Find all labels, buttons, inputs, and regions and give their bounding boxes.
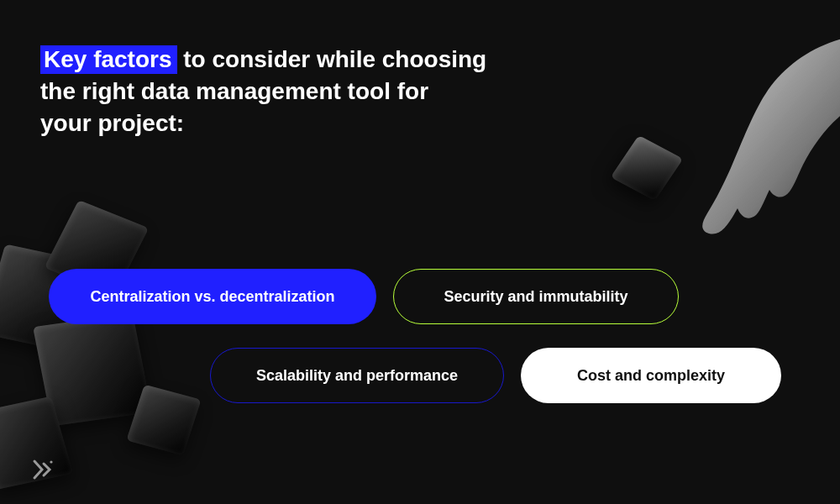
- logo-icon: [32, 459, 54, 480]
- title-line1-rest: to consider while choosing: [177, 46, 487, 72]
- factor-pill-scalability: Scalability and performance: [210, 348, 504, 403]
- page-title: Key factors to consider while choosing t…: [40, 44, 486, 139]
- factor-pill-centralization: Centralization vs. decentralization: [49, 269, 376, 324]
- factor-pill-cost: Cost and complexity: [521, 348, 781, 403]
- cube-cluster-decoration: [0, 202, 202, 487]
- title-line2: the right data management tool for: [40, 78, 428, 104]
- hand-decoration-icon: [630, 34, 840, 252]
- pill-label: Centralization vs. decentralization: [90, 288, 334, 306]
- pill-label: Scalability and performance: [256, 367, 458, 385]
- title-line3: your project:: [40, 110, 184, 136]
- factor-pill-security: Security and immutability: [393, 269, 679, 324]
- pill-label: Cost and complexity: [577, 367, 725, 385]
- pill-label: Security and immutability: [444, 288, 627, 306]
- svg-point-0: [50, 460, 52, 463]
- title-highlight: Key factors: [40, 45, 177, 74]
